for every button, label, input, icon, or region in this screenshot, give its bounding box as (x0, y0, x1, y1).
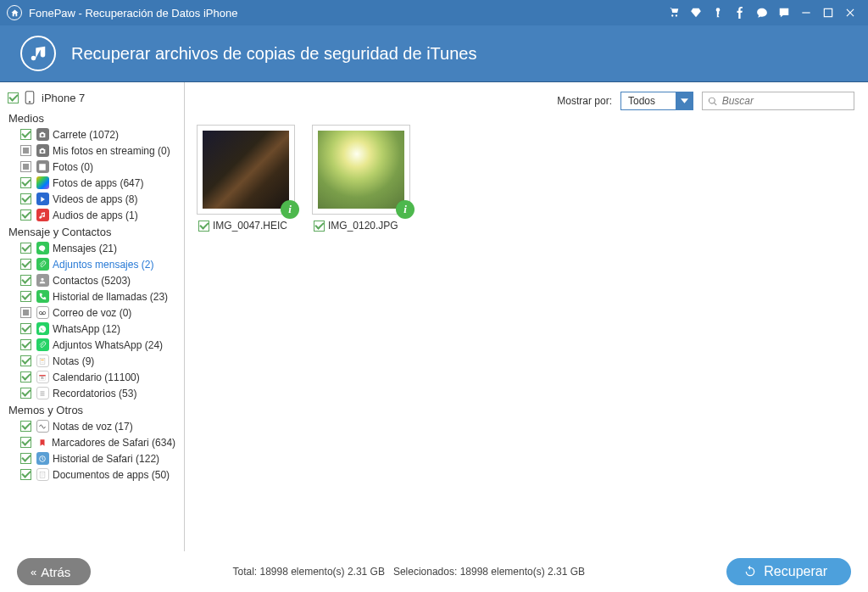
item-label: Mis fotos en streaming (0) (53, 145, 170, 157)
key-icon[interactable] (709, 4, 726, 21)
item-label: Historial de Safari (122) (53, 453, 159, 465)
info-badge-icon[interactable]: i (396, 200, 415, 219)
item-checkbox[interactable] (20, 161, 31, 172)
item-checkbox[interactable] (20, 355, 31, 366)
tree-item[interactable]: Adjuntos WhatsApp (24) (5, 337, 179, 353)
section-title: Memos y Otros (5, 401, 179, 418)
thumb-frame: i (312, 125, 410, 215)
facebook-icon[interactable] (732, 4, 748, 21)
device-checkbox[interactable] (8, 92, 19, 103)
svg-rect-1 (824, 8, 832, 16)
maximize-icon[interactable] (820, 4, 837, 21)
minimize-icon[interactable] (798, 4, 815, 21)
tree-item[interactable]: Audios de apps (1) (5, 207, 179, 223)
thumb-checkbox[interactable] (198, 221, 209, 232)
tree-item[interactable]: Contactos (5203) (5, 272, 179, 288)
tree-item[interactable]: Adjuntos mensajes (2) (5, 256, 179, 272)
tree-item[interactable]: Historial de llamadas (23) (5, 288, 179, 304)
item-checkbox[interactable] (20, 243, 31, 254)
item-checkbox[interactable] (20, 259, 31, 270)
tree-item[interactable]: Notas de voz (17) (5, 418, 179, 434)
svg-point-4 (39, 311, 42, 314)
page-title: Recuperar archivos de copias de segurida… (71, 44, 476, 64)
thumb-frame: i (197, 125, 295, 215)
header: Recuperar archivos de copias de segurida… (0, 25, 868, 82)
tree-item[interactable]: WhatsApp (12) (5, 321, 179, 337)
filter-select[interactable]: Todos (620, 92, 693, 110)
home-icon[interactable] (7, 5, 22, 20)
feedback-icon[interactable] (776, 4, 793, 21)
item-label: Carrete (1072) (53, 129, 119, 141)
item-label: Documentos de apps (50) (53, 469, 170, 481)
item-label: Fotos (0) (53, 161, 93, 173)
close-icon[interactable] (842, 4, 859, 21)
item-checkbox[interactable] (20, 469, 31, 480)
titlebar: FonePaw - Recuperación de Datos iPhone (0, 0, 868, 25)
tree-item[interactable]: Recordatorios (53) (5, 385, 179, 401)
tree-item[interactable]: Mis fotos en streaming (0) (5, 142, 179, 159)
thumb-image (318, 131, 404, 209)
thumbnail[interactable]: iIMG_0120.JPG (312, 125, 410, 232)
item-checkbox[interactable] (20, 323, 31, 334)
itunes-icon (20, 36, 56, 71)
section-title: Medios (5, 109, 179, 126)
recover-button[interactable]: Recuperar (726, 558, 851, 585)
phone-icon (36, 290, 49, 304)
svg-point-3 (29, 101, 31, 103)
tree-item[interactable]: Fotos (0) (5, 159, 179, 175)
tree-item[interactable]: Videos de apps (8) (5, 191, 179, 207)
tree-item[interactable]: 31Calendario (11100) (5, 369, 179, 385)
item-label: Videos de apps (8) (53, 193, 138, 205)
item-label: Correo de voz (0) (53, 307, 131, 319)
thumbnail[interactable]: iIMG_0047.HEIC (197, 125, 295, 232)
item-checkbox[interactable] (20, 437, 31, 448)
tree-item[interactable]: Mensajes (21) (5, 240, 179, 256)
whatsapp-icon (36, 322, 49, 336)
messages-icon (36, 242, 49, 255)
tree-item[interactable]: Notas (9) (5, 353, 179, 369)
item-checkbox[interactable] (20, 275, 31, 286)
sidebar: iPhone 7 MediosCarrete (1072)Mis fotos e… (0, 82, 185, 551)
search-input[interactable] (722, 95, 849, 107)
item-checkbox[interactable] (20, 129, 31, 140)
tree-item[interactable]: Documentos de apps (50) (5, 466, 179, 483)
info-badge-icon[interactable]: i (281, 200, 299, 219)
thumb-image (203, 131, 289, 209)
diamond-icon[interactable] (687, 4, 704, 21)
history-icon (36, 452, 49, 466)
thumb-checkbox[interactable] (314, 221, 325, 232)
attach-msg-icon (36, 258, 49, 271)
item-checkbox[interactable] (20, 453, 31, 464)
search-box[interactable] (702, 92, 854, 110)
back-button[interactable]: « Atrás (17, 558, 91, 585)
tree-item[interactable]: Carrete (1072) (5, 126, 179, 142)
item-checkbox[interactable] (20, 339, 31, 350)
item-checkbox[interactable] (20, 307, 31, 318)
chat-icon[interactable] (754, 4, 771, 21)
item-checkbox[interactable] (20, 388, 31, 399)
item-label: Adjuntos mensajes (2) (53, 259, 153, 271)
item-checkbox[interactable] (20, 177, 31, 188)
cart-icon[interactable] (665, 4, 682, 21)
gallery: iIMG_0047.HEICiIMG_0120.JPG (185, 120, 868, 551)
docs-icon (36, 468, 49, 482)
contacts-icon (36, 274, 49, 288)
tree-item[interactable]: Correo de voz (0) (5, 304, 179, 321)
tree-item[interactable]: Fotos de apps (647) (5, 175, 179, 191)
toolbar: Mostrar por: Todos (185, 82, 868, 120)
device-row[interactable]: iPhone 7 (5, 89, 179, 106)
item-label: Mensajes (21) (53, 243, 117, 254)
photo-icon (36, 160, 49, 174)
tree-item[interactable]: Marcadores de Safari (634) (5, 434, 179, 450)
item-label: Marcadores de Safari (634) (52, 437, 175, 449)
notes-icon (36, 355, 49, 368)
item-checkbox[interactable] (20, 145, 31, 156)
item-checkbox[interactable] (20, 193, 31, 204)
item-label: Adjuntos WhatsApp (24) (53, 339, 163, 351)
tree-item[interactable]: Historial de Safari (122) (5, 450, 179, 466)
item-checkbox[interactable] (20, 291, 31, 302)
item-checkbox[interactable] (20, 371, 31, 383)
video-icon (36, 193, 49, 206)
item-checkbox[interactable] (20, 209, 31, 221)
item-checkbox[interactable] (20, 421, 31, 432)
